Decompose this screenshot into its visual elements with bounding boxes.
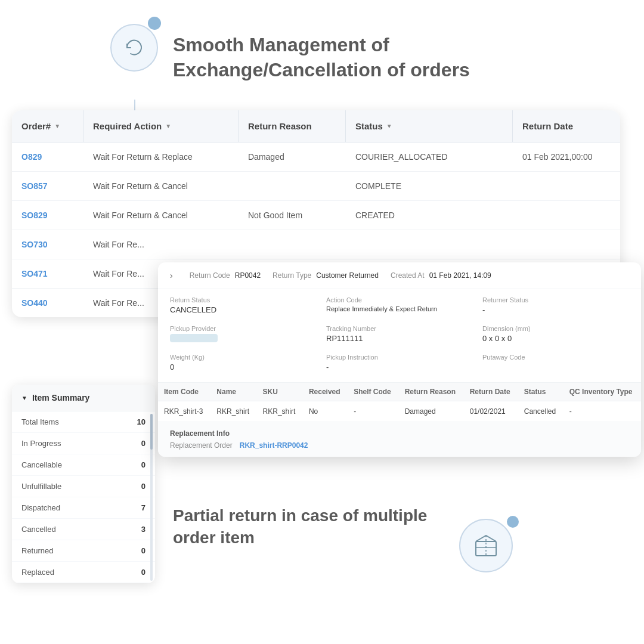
order-id-2[interactable]: SO857: [12, 172, 83, 200]
item-name-val: RKR_shirt: [210, 401, 256, 422]
item-shelf-val: -: [348, 401, 399, 422]
summary-row-unfulfillable: Unfulfillable 0: [12, 476, 155, 497]
action-1: Wait For Return & Replace: [83, 143, 239, 171]
col-action: Required Action ▼: [83, 110, 239, 142]
item-qc-type-val: -: [564, 401, 641, 422]
items-table-header: Item Code Name SKU Received Shelf Code R…: [158, 383, 641, 401]
blue-dot-bottom: [507, 516, 519, 528]
return-code-field: Return Code RP0042: [190, 271, 261, 280]
summary-val-cancellable: 0: [141, 460, 145, 469]
scroll-thumb: [150, 414, 153, 450]
replacement-order-row: Replacement Order RKR_shirt-RRP0042: [170, 441, 629, 450]
pickup-provider-field: Pickup Provider: [170, 325, 317, 343]
status-3: CREATED: [346, 201, 513, 230]
order-id-3[interactable]: SO829: [12, 201, 83, 230]
status-1: COURIER_ALLOCATED: [346, 143, 513, 171]
summary-label-cancelled: Cancelled: [21, 525, 56, 534]
summary-val-cancelled: 3: [141, 525, 145, 534]
summary-row-cancelled: Cancelled 3: [12, 519, 155, 540]
weight-field: Weight (Kg) 0: [170, 354, 317, 371]
table-row: O829 Wait For Return & Replace Damaged C…: [12, 143, 620, 172]
summary-row-total: Total Items 10: [12, 411, 155, 433]
summary-label-inprogress: In Progress: [21, 439, 61, 448]
table-row: SO829 Wait For Return & Cancel Not Good …: [12, 201, 620, 230]
col-date: Return Date: [513, 110, 620, 142]
order-id-5[interactable]: SO471: [12, 259, 83, 288]
box-icon: [471, 531, 501, 561]
returner-status-field: Returner Status -: [482, 296, 629, 314]
pickup-instruction-field: Pickup Instruction -: [326, 354, 473, 371]
detail-card: › Return Code RP0042 Return Type Custome…: [158, 262, 641, 457]
chevron-right-icon[interactable]: ›: [170, 271, 173, 280]
item-sku-val: RKR_shirt: [257, 401, 303, 422]
col-order: Order# ▼: [12, 110, 83, 142]
summary-header: ▼ Item Summary: [12, 385, 155, 411]
date-4: [513, 235, 620, 254]
collapse-icon[interactable]: ▼: [21, 395, 27, 401]
table-header: Order# ▼ Required Action ▼ Return Reason…: [12, 110, 620, 143]
scrollbar[interactable]: [150, 414, 153, 581]
col-name: Name: [210, 383, 256, 401]
summary-val-dispatched: 7: [141, 503, 145, 512]
order-id-1[interactable]: O829: [12, 143, 83, 171]
box-icon-circle: [459, 519, 513, 572]
table-row: SO730 Wait For Re...: [12, 230, 620, 259]
tracking-number-field: Tracking Number RP111111: [326, 325, 473, 343]
items-table-row: RKR_shirt-3 RKR_shirt RKR_shirt No - Dam…: [158, 401, 641, 422]
filter-icon-order[interactable]: ▼: [54, 123, 60, 129]
item-return-reason-val: Damaged: [399, 401, 464, 422]
order-id-6[interactable]: SO440: [12, 289, 83, 317]
summary-val-unfulfillable: 0: [141, 482, 145, 491]
item-received-val: No: [303, 401, 348, 422]
reason-2: [239, 177, 346, 196]
summary-val-returned: 0: [141, 546, 145, 555]
col-shelf-code: Shelf Code: [348, 383, 399, 401]
table-row: SO857 Wait For Return & Cancel COMPLETE: [12, 172, 620, 201]
summary-label-cancellable: Cancellable: [21, 460, 62, 469]
replacement-order-label: Replacement Order: [170, 441, 233, 450]
summary-label-unfulfillable: Unfulfillable: [21, 482, 61, 491]
col-return-date: Return Date: [464, 383, 518, 401]
action-3: Wait For Return & Cancel: [83, 201, 239, 230]
item-status-val: Cancelled: [518, 401, 564, 422]
action-2: Wait For Return & Cancel: [83, 172, 239, 200]
return-status-field: Return Status CANCELLED: [170, 296, 317, 314]
filter-icon-status[interactable]: ▼: [386, 123, 392, 129]
col-status: Status ▼: [346, 110, 513, 142]
summary-label-dispatched: Dispatched: [21, 503, 60, 512]
summary-row-inprogress: In Progress 0: [12, 433, 155, 454]
refresh-icon: [122, 36, 146, 60]
bottom-text: Partial return in case of multiple order…: [173, 505, 427, 549]
replacement-info-title: Replacement Info: [170, 429, 629, 438]
blurred-pickup-provider: [170, 334, 218, 342]
date-3: [513, 206, 620, 225]
replacement-info: Replacement Info Replacement Order RKR_s…: [158, 422, 641, 457]
replacement-order-value[interactable]: RKR_shirt-RRP0042: [240, 441, 308, 450]
action-code-field: Action Code Replace Immediately & Expect…: [326, 296, 473, 314]
date-1: 01 Feb 2021,00:00: [513, 143, 620, 171]
col-item-code: Item Code: [158, 383, 210, 401]
bottom-line1: Partial return in case of multiple: [173, 505, 427, 527]
summary-row-replaced: Replaced 0: [12, 562, 155, 583]
filter-icon-action[interactable]: ▼: [165, 123, 171, 129]
item-return-date-val: 01/02/2021: [464, 401, 518, 422]
col-qc-type: QC Inventory Type: [564, 383, 641, 401]
summary-row-dispatched: Dispatched 7: [12, 497, 155, 519]
col-return-reason: Return Reason: [399, 383, 464, 401]
summary-val-total: 10: [137, 417, 145, 426]
reason-4: [239, 235, 346, 254]
summary-row-cancellable: Cancellable 0: [12, 454, 155, 476]
order-id-4[interactable]: SO730: [12, 230, 83, 259]
item-summary-panel: ▼ Item Summary Total Items 10 In Progres…: [12, 385, 155, 583]
items-section: Item Code Name SKU Received Shelf Code R…: [158, 383, 641, 422]
col-status: Status: [518, 383, 564, 401]
putaway-code-field: Putaway Code: [482, 354, 629, 371]
summary-row-returned: Returned 0: [12, 540, 155, 562]
bottom-line2: order item: [173, 527, 427, 549]
return-type-field: Return Type Customer Returned: [273, 271, 379, 280]
dimension-field: Dimension (mm) 0 x 0 x 0: [482, 325, 629, 343]
headline-line2: Exchange/Cancellation of orders: [173, 58, 470, 83]
col-sku: SKU: [257, 383, 303, 401]
blue-dot-top: [148, 17, 161, 30]
action-4: Wait For Re...: [83, 230, 239, 259]
